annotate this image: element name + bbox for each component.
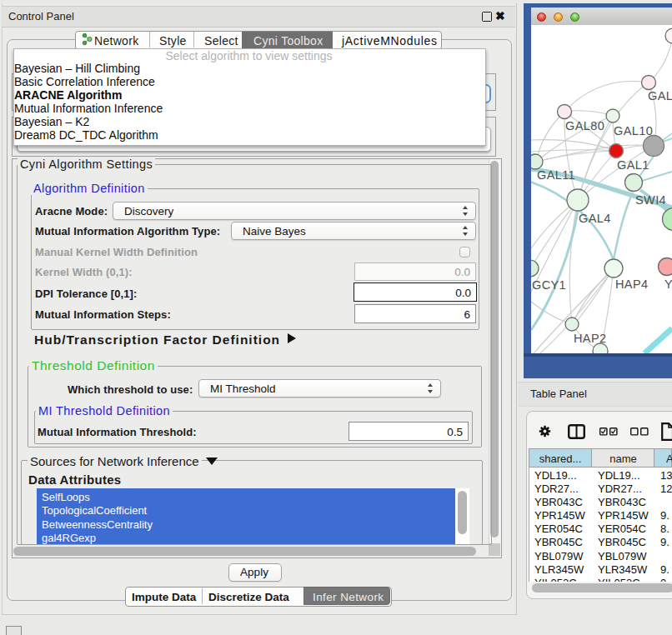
svg-text:GAL4: GAL4 [579,212,611,225]
svg-text:GAL2: GAL2 [648,89,672,102]
svg-text:GCY1: GCY1 [532,278,566,292]
svg-text:GAL1: GAL1 [617,158,649,172]
svg-text:HAP4: HAP4 [615,278,648,291]
svg-text:GAL10: GAL10 [614,124,653,138]
svg-text:HAP2: HAP2 [574,332,606,345]
svg-text:SWI4: SWI4 [635,193,666,207]
svg-text:GAL80: GAL80 [565,119,604,132]
svg-text:GAL11: GAL11 [537,168,575,182]
svg-text:YJ: YJ [664,278,672,291]
